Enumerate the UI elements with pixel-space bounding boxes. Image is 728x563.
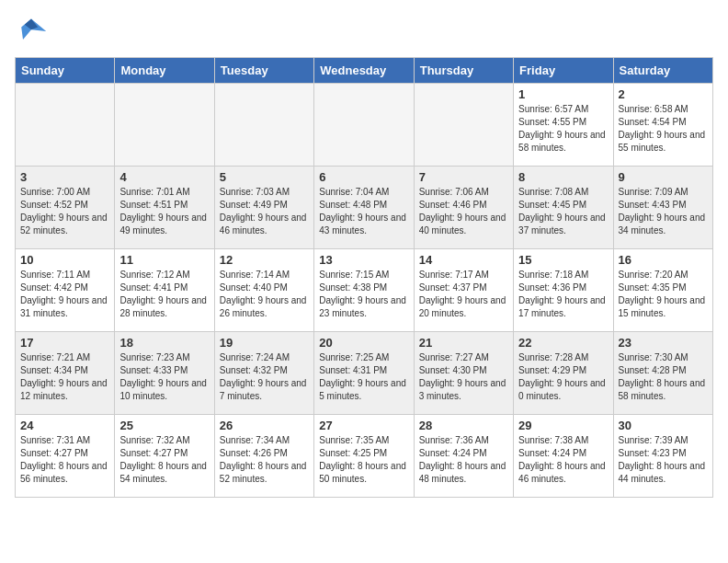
day-info: Sunrise: 7:32 AM Sunset: 4:27 PM Dayligh…: [119, 434, 209, 486]
day-number: 15: [518, 253, 608, 267]
page-header: [15, 15, 713, 48]
day-number: 9: [619, 170, 708, 184]
calendar-day-cell: 20Sunrise: 7:25 AM Sunset: 4:31 PM Dayli…: [314, 332, 414, 415]
day-number: 26: [220, 419, 309, 432]
calendar-day-cell: [314, 84, 414, 167]
calendar-day-cell: 2Sunrise: 6:58 AM Sunset: 4:54 PM Daylig…: [613, 84, 712, 167]
day-number: 30: [619, 419, 708, 432]
day-number: 23: [619, 336, 708, 350]
column-header-saturday: Saturday: [613, 58, 712, 84]
day-info: Sunrise: 7:35 AM Sunset: 4:25 PM Dayligh…: [319, 434, 408, 486]
calendar-day-cell: 4Sunrise: 7:01 AM Sunset: 4:51 PM Daylig…: [115, 167, 214, 249]
calendar-day-cell: [214, 84, 313, 167]
calendar-day-cell: [414, 84, 513, 167]
day-info: Sunrise: 7:36 AM Sunset: 4:24 PM Dayligh…: [419, 434, 508, 486]
calendar-table: SundayMondayTuesdayWednesdayThursdayFrid…: [15, 57, 713, 498]
calendar-day-cell: 24Sunrise: 7:31 AM Sunset: 4:27 PM Dayli…: [16, 415, 115, 498]
day-number: 16: [619, 253, 708, 267]
day-info: Sunrise: 7:34 AM Sunset: 4:26 PM Dayligh…: [220, 434, 309, 486]
calendar-week-row: 10Sunrise: 7:11 AM Sunset: 4:42 PM Dayli…: [16, 249, 713, 332]
day-info: Sunrise: 7:15 AM Sunset: 4:38 PM Dayligh…: [319, 269, 408, 320]
day-info: Sunrise: 7:38 AM Sunset: 4:24 PM Dayligh…: [518, 434, 608, 486]
day-info: Sunrise: 7:18 AM Sunset: 4:36 PM Dayligh…: [518, 269, 608, 320]
day-info: Sunrise: 7:30 AM Sunset: 4:28 PM Dayligh…: [619, 351, 708, 403]
day-info: Sunrise: 7:25 AM Sunset: 4:31 PM Dayligh…: [319, 351, 408, 403]
calendar-week-row: 17Sunrise: 7:21 AM Sunset: 4:34 PM Dayli…: [16, 332, 713, 415]
calendar-day-cell: 17Sunrise: 7:21 AM Sunset: 4:34 PM Dayli…: [16, 332, 115, 415]
day-info: Sunrise: 7:12 AM Sunset: 4:41 PM Dayligh…: [119, 269, 209, 320]
day-number: 10: [20, 253, 109, 267]
day-info: Sunrise: 7:27 AM Sunset: 4:30 PM Dayligh…: [419, 351, 508, 403]
calendar-day-cell: 3Sunrise: 7:00 AM Sunset: 4:52 PM Daylig…: [16, 167, 115, 249]
calendar-day-cell: 16Sunrise: 7:20 AM Sunset: 4:35 PM Dayli…: [613, 249, 712, 332]
calendar-day-cell: 13Sunrise: 7:15 AM Sunset: 4:38 PM Dayli…: [314, 249, 414, 332]
day-info: Sunrise: 7:20 AM Sunset: 4:35 PM Dayligh…: [619, 269, 708, 320]
column-header-monday: Monday: [115, 58, 214, 84]
calendar-week-row: 3Sunrise: 7:00 AM Sunset: 4:52 PM Daylig…: [16, 167, 713, 249]
calendar-week-row: 24Sunrise: 7:31 AM Sunset: 4:27 PM Dayli…: [16, 415, 713, 498]
calendar-day-cell: 19Sunrise: 7:24 AM Sunset: 4:32 PM Dayli…: [214, 332, 313, 415]
day-info: Sunrise: 7:17 AM Sunset: 4:37 PM Dayligh…: [419, 269, 508, 320]
calendar-day-cell: 27Sunrise: 7:35 AM Sunset: 4:25 PM Dayli…: [314, 415, 414, 498]
calendar-day-cell: 14Sunrise: 7:17 AM Sunset: 4:37 PM Dayli…: [414, 249, 513, 332]
calendar-day-cell: 6Sunrise: 7:04 AM Sunset: 4:48 PM Daylig…: [314, 167, 414, 249]
calendar-day-cell: [115, 84, 214, 167]
column-header-thursday: Thursday: [414, 58, 513, 84]
day-number: 2: [619, 87, 708, 101]
calendar-day-cell: 5Sunrise: 7:03 AM Sunset: 4:49 PM Daylig…: [214, 167, 313, 249]
day-number: 11: [119, 253, 209, 267]
day-info: Sunrise: 7:28 AM Sunset: 4:29 PM Dayligh…: [518, 351, 608, 403]
day-info: Sunrise: 7:21 AM Sunset: 4:34 PM Dayligh…: [20, 351, 109, 403]
calendar-day-cell: 22Sunrise: 7:28 AM Sunset: 4:29 PM Dayli…: [514, 332, 613, 415]
calendar-day-cell: 21Sunrise: 7:27 AM Sunset: 4:30 PM Dayli…: [414, 332, 513, 415]
day-info: Sunrise: 7:39 AM Sunset: 4:23 PM Dayligh…: [619, 434, 708, 486]
calendar-header-row: SundayMondayTuesdayWednesdayThursdayFrid…: [16, 58, 713, 84]
day-info: Sunrise: 7:08 AM Sunset: 4:45 PM Dayligh…: [518, 186, 608, 237]
day-info: Sunrise: 7:06 AM Sunset: 4:46 PM Dayligh…: [419, 186, 508, 237]
day-info: Sunrise: 7:31 AM Sunset: 4:27 PM Dayligh…: [20, 434, 109, 486]
day-info: Sunrise: 7:11 AM Sunset: 4:42 PM Dayligh…: [20, 269, 109, 320]
calendar-day-cell: 15Sunrise: 7:18 AM Sunset: 4:36 PM Dayli…: [514, 249, 613, 332]
day-info: Sunrise: 7:09 AM Sunset: 4:43 PM Dayligh…: [619, 186, 708, 237]
day-number: 28: [419, 419, 508, 432]
calendar-week-row: 1Sunrise: 6:57 AM Sunset: 4:55 PM Daylig…: [16, 84, 713, 167]
calendar-day-cell: 30Sunrise: 7:39 AM Sunset: 4:23 PM Dayli…: [613, 415, 712, 498]
logo-icon: [15, 15, 48, 48]
calendar-day-cell: 1Sunrise: 6:57 AM Sunset: 4:55 PM Daylig…: [514, 84, 613, 167]
day-info: Sunrise: 7:14 AM Sunset: 4:40 PM Dayligh…: [220, 269, 309, 320]
day-number: 12: [220, 253, 309, 267]
day-info: Sunrise: 7:23 AM Sunset: 4:33 PM Dayligh…: [119, 351, 209, 403]
calendar-day-cell: 9Sunrise: 7:09 AM Sunset: 4:43 PM Daylig…: [613, 167, 712, 249]
day-number: 13: [319, 253, 408, 267]
calendar-day-cell: 11Sunrise: 7:12 AM Sunset: 4:41 PM Dayli…: [115, 249, 214, 332]
calendar-day-cell: 8Sunrise: 7:08 AM Sunset: 4:45 PM Daylig…: [514, 167, 613, 249]
day-number: 8: [518, 170, 608, 184]
column-header-tuesday: Tuesday: [214, 58, 313, 84]
calendar-day-cell: 7Sunrise: 7:06 AM Sunset: 4:46 PM Daylig…: [414, 167, 513, 249]
logo: [15, 15, 53, 48]
calendar-day-cell: 12Sunrise: 7:14 AM Sunset: 4:40 PM Dayli…: [214, 249, 313, 332]
day-number: 4: [119, 170, 209, 184]
day-number: 22: [518, 336, 608, 350]
column-header-friday: Friday: [514, 58, 613, 84]
day-info: Sunrise: 7:04 AM Sunset: 4:48 PM Dayligh…: [319, 186, 408, 237]
day-number: 20: [319, 336, 408, 350]
day-number: 3: [20, 170, 109, 184]
calendar-day-cell: 10Sunrise: 7:11 AM Sunset: 4:42 PM Dayli…: [16, 249, 115, 332]
column-header-sunday: Sunday: [16, 58, 115, 84]
day-info: Sunrise: 7:01 AM Sunset: 4:51 PM Dayligh…: [119, 186, 209, 237]
day-number: 6: [319, 170, 408, 184]
column-header-wednesday: Wednesday: [314, 58, 414, 84]
day-number: 18: [119, 336, 209, 350]
day-info: Sunrise: 7:03 AM Sunset: 4:49 PM Dayligh…: [220, 186, 309, 237]
calendar-day-cell: 28Sunrise: 7:36 AM Sunset: 4:24 PM Dayli…: [414, 415, 513, 498]
day-info: Sunrise: 6:57 AM Sunset: 4:55 PM Dayligh…: [518, 103, 608, 155]
day-number: 5: [220, 170, 309, 184]
day-number: 21: [419, 336, 508, 350]
day-info: Sunrise: 6:58 AM Sunset: 4:54 PM Dayligh…: [619, 103, 708, 155]
day-number: 19: [220, 336, 309, 350]
calendar-day-cell: [16, 84, 115, 167]
calendar-day-cell: 25Sunrise: 7:32 AM Sunset: 4:27 PM Dayli…: [115, 415, 214, 498]
day-number: 25: [119, 419, 209, 432]
day-number: 27: [319, 419, 408, 432]
